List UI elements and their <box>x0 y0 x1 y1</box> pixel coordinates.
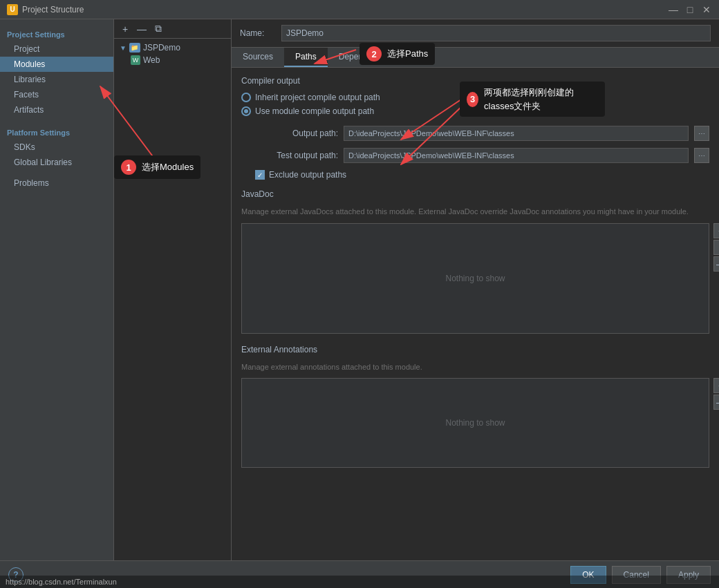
tree-node-jspdemo[interactable]: ▼ 📁 JSPDemo <box>117 41 228 54</box>
test-output-path-input[interactable] <box>344 148 689 163</box>
tree-toolbar: + — ⧉ <box>114 19 231 39</box>
tab-sources[interactable]: Sources <box>232 48 284 67</box>
minimize-button[interactable]: — <box>668 4 679 15</box>
javadoc-empty-text: Nothing to show <box>445 274 505 283</box>
javadoc-side-buttons: + ⊕ — <box>713 223 719 272</box>
external-annotations-description: Manage external annotations attached to … <box>241 361 709 373</box>
annotation-bubble-2: 2 选择Paths <box>360 43 435 65</box>
javadoc-container: Nothing to show + ⊕ — <box>241 223 709 334</box>
javadoc-remove-button[interactable]: — <box>713 256 719 272</box>
tree-add-button[interactable]: + <box>118 22 132 36</box>
sidebar-item-libraries[interactable]: Libraries <box>0 72 113 87</box>
javadoc-add-button[interactable]: + <box>713 223 719 238</box>
checkbox-check-icon: ✓ <box>257 171 263 179</box>
exclude-checkbox-row: ✓ Exclude output paths <box>241 170 709 180</box>
web-module-icon: W <box>131 55 140 65</box>
title-bar: U Project Structure — □ ✕ <box>0 0 719 19</box>
radio-use-module-label: Use module compile output path <box>255 106 374 116</box>
sidebar-item-facets[interactable]: Facets <box>0 87 113 102</box>
module-folder-icon: 📁 <box>129 43 140 53</box>
output-path-row: Output path: ⋯ <box>241 126 709 141</box>
annotation-number-1: 1 <box>121 160 136 175</box>
tree-copy-button[interactable]: ⧉ <box>151 22 165 36</box>
external-annotations-area: Nothing to show <box>241 378 709 468</box>
close-button[interactable]: ✕ <box>701 4 712 15</box>
output-path-label: Output path: <box>255 129 338 138</box>
annotation-bubble-3: 3 两项都选择刚刚创建的classes文件夹 <box>460 82 605 117</box>
app-icon: U <box>7 4 18 15</box>
radio-inherit-label: Inherit project compile output path <box>255 93 380 102</box>
external-annotations-title: External Annotations <box>241 345 709 354</box>
tree-node-label-web: Web <box>143 55 160 65</box>
tree-remove-button[interactable]: — <box>135 22 149 36</box>
external-annotations-container: Nothing to show + — <box>241 378 709 468</box>
exclude-checkbox-label: Exclude output paths <box>269 170 346 180</box>
annotation-number-2: 2 <box>366 46 382 61</box>
platform-settings-label: Platform Settings <box>0 123 113 140</box>
tree-arrow-icon: ▼ <box>120 44 127 52</box>
test-output-path-label: Test output path: <box>255 151 338 160</box>
javadoc-area: Nothing to show <box>241 223 709 334</box>
main-layout: Project Settings Project Modules Librari… <box>0 19 719 560</box>
external-annotations-side-buttons: + — <box>713 378 719 410</box>
sidebar-item-global-libraries[interactable]: Global Libraries <box>0 155 113 170</box>
external-annotations-empty-text: Nothing to show <box>445 418 505 428</box>
content-area: Compiler output Inherit project compile … <box>232 68 719 560</box>
annotation-text-2: 选择Paths <box>387 48 428 60</box>
tree-node-label-jspdemo: JSPDemo <box>143 43 180 53</box>
output-path-browse-button[interactable]: ⋯ <box>694 126 709 141</box>
sidebar: Project Settings Project Modules Librari… <box>0 19 114 560</box>
name-input[interactable] <box>281 25 711 41</box>
sidebar-item-sdks[interactable]: SDKs <box>0 140 113 155</box>
sidebar-item-modules[interactable]: Modules <box>0 57 113 72</box>
test-output-path-browse-button[interactable]: ⋯ <box>694 148 709 163</box>
javadoc-description: Manage external JavaDocs attached to thi… <box>241 206 709 218</box>
external-annotations-remove-button[interactable]: — <box>713 395 719 410</box>
tab-paths[interactable]: Paths <box>284 48 328 67</box>
output-path-input[interactable] <box>344 126 689 141</box>
test-output-path-row: Test output path: ⋯ <box>241 148 709 163</box>
window-title: Project Structure <box>22 5 84 15</box>
javadoc-title: JavaDoc <box>241 189 709 199</box>
annotation-text-3: 两项都选择刚刚创建的classes文件夹 <box>484 86 598 113</box>
sidebar-item-artifacts[interactable]: Artifacts <box>0 102 113 117</box>
url-text: https://blog.csdn.net/Terminalxun <box>6 578 117 586</box>
radio-use-module-btn[interactable] <box>241 106 251 116</box>
url-bar: https://blog.csdn.net/Terminalxun <box>0 576 719 588</box>
annotation-text-1: 选择Modules <box>142 161 194 173</box>
maximize-button[interactable]: □ <box>684 4 695 15</box>
radio-inherit-btn[interactable] <box>241 93 251 102</box>
tree-node-web[interactable]: W Web <box>117 54 228 66</box>
tree-content: ▼ 📁 JSPDemo W Web <box>114 39 231 560</box>
annotation-number-3: 3 <box>467 92 478 107</box>
annotation-bubble-1: 1 选择Modules <box>114 155 200 179</box>
name-row: Name: <box>232 19 719 48</box>
sidebar-item-project[interactable]: Project <box>0 41 113 57</box>
javadoc-section: JavaDoc Manage external JavaDocs attache… <box>241 189 709 334</box>
tree-panel: + — ⧉ ▼ 📁 JSPDemo W Web <box>114 19 232 560</box>
project-settings-label: Project Settings <box>0 25 113 41</box>
javadoc-source-button[interactable]: ⊕ <box>713 240 719 255</box>
exclude-checkbox[interactable]: ✓ <box>255 170 265 180</box>
external-annotations-add-button[interactable]: + <box>713 378 719 393</box>
sidebar-item-problems[interactable]: Problems <box>0 176 113 191</box>
tabs-row: Sources Paths Dependencies <box>232 48 719 68</box>
name-label: Name: <box>240 28 274 38</box>
external-annotations-section: External Annotations Manage external ann… <box>241 345 709 468</box>
